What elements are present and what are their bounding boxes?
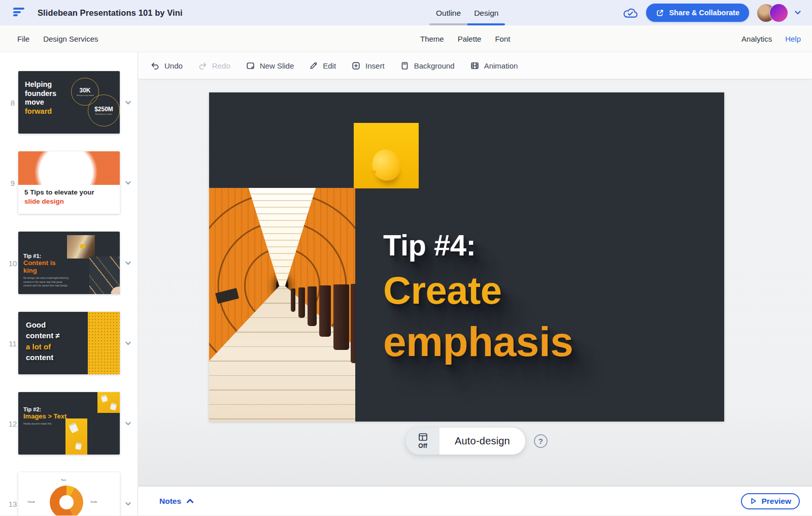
slide-headline-text-1[interactable]: Create bbox=[383, 271, 502, 310]
menu-font[interactable]: Font bbox=[495, 35, 510, 43]
preview-label: Preview bbox=[761, 497, 791, 506]
view-tabs: Outline Design bbox=[429, 0, 505, 25]
thumb12-body: Hardly anyone reads this. bbox=[23, 422, 66, 426]
tunnel-image[interactable] bbox=[209, 188, 355, 422]
menu-analytics[interactable]: Analytics bbox=[741, 35, 772, 43]
slide-kicker-text[interactable]: Tip #4: bbox=[383, 231, 476, 260]
autodesign-row: Off Auto-design ? bbox=[406, 428, 548, 455]
notes-label: Notes bbox=[159, 497, 181, 506]
slide-canvas: Tip #4: Create emphasis Off Auto-design … bbox=[138, 79, 812, 487]
animation-button[interactable]: Animation bbox=[462, 52, 526, 79]
donut-label-audio: Audio bbox=[90, 500, 97, 503]
thumb10-kicker: Tip #1: bbox=[23, 253, 70, 259]
current-slide[interactable]: Tip #4: Create emphasis bbox=[209, 92, 724, 422]
slide-row-8: 8 Helping founders move forward 30K Star… bbox=[0, 71, 138, 134]
external-link-icon bbox=[656, 9, 664, 17]
slide-row-12: 12 Tip #2: Images > Text Hardly anyone r… bbox=[0, 392, 138, 455]
autodesign-off-segment[interactable]: Off bbox=[406, 428, 439, 455]
thumb12-kicker: Tip #2: bbox=[23, 406, 66, 412]
account-chevron-down-icon[interactable] bbox=[794, 9, 802, 17]
animation-filmstrip-icon bbox=[470, 61, 480, 71]
undo-icon bbox=[150, 61, 160, 71]
slide10-chevron-down-icon[interactable] bbox=[124, 259, 132, 267]
redo-button[interactable]: Redo bbox=[190, 52, 238, 79]
slide12-chevron-down-icon[interactable] bbox=[124, 419, 132, 428]
menu-palette[interactable]: Palette bbox=[458, 35, 482, 43]
thumb8-line: move bbox=[25, 98, 56, 107]
share-collaborate-button[interactable]: Share & Collaborate bbox=[646, 4, 749, 22]
edit-pencil-icon bbox=[309, 61, 318, 70]
donut-label-visual: Visual bbox=[27, 500, 35, 503]
slide-thumbnail-9[interactable]: 5 Tips to elevate your slide design bbox=[18, 151, 120, 214]
menu-help[interactable]: Help bbox=[785, 35, 801, 43]
slide8-chevron-down-icon[interactable] bbox=[124, 98, 132, 107]
notes-bar: Notes Preview bbox=[138, 487, 812, 515]
insert-button[interactable]: Insert bbox=[344, 52, 392, 79]
slide-number: 9 bbox=[7, 178, 18, 187]
yellow-dot-panel bbox=[88, 312, 120, 374]
workspace: 8 Helping founders move forward 30K Star… bbox=[0, 52, 812, 515]
slide-number: 12 bbox=[7, 419, 18, 428]
lemon-image[interactable] bbox=[354, 123, 419, 188]
slide-thumbnail-8[interactable]: Helping founders move forward 30K Startu… bbox=[18, 71, 120, 134]
slide11-chevron-down-icon[interactable] bbox=[124, 339, 132, 347]
background-button[interactable]: Background bbox=[392, 52, 462, 79]
thumb9-title-accent: slide design bbox=[24, 197, 94, 206]
donut-chart bbox=[50, 486, 83, 515]
edit-button[interactable]: Edit bbox=[301, 52, 344, 79]
play-icon bbox=[750, 497, 757, 505]
slide-number: 10 bbox=[7, 259, 18, 267]
slide13-chevron-down-icon[interactable] bbox=[124, 499, 132, 508]
tab-design[interactable]: Design bbox=[467, 0, 505, 25]
menu-theme[interactable]: Theme bbox=[420, 35, 444, 43]
menu-left-group: File Design Services bbox=[17, 35, 98, 43]
topbar: Slidebean Presentations 101 by Vini Outl… bbox=[0, 0, 812, 25]
menu-center-group: Theme Palette Font bbox=[420, 35, 510, 43]
background-frame-icon bbox=[400, 61, 410, 71]
share-button-label: Share & Collaborate bbox=[669, 9, 739, 17]
menu-file[interactable]: File bbox=[17, 35, 29, 43]
autodesign-state: Off bbox=[418, 442, 427, 449]
topbar-actions: Share & Collaborate bbox=[623, 4, 802, 22]
slide-thumbnail-13[interactable]: Text Visual Audio bbox=[18, 472, 120, 515]
slide-number: 11 bbox=[7, 339, 18, 347]
preview-button[interactable]: Preview bbox=[741, 493, 800, 509]
slide-number: 13 bbox=[7, 499, 18, 508]
thumb11-tail: content bbox=[26, 352, 60, 363]
avatar-user-2 bbox=[770, 4, 788, 22]
milk-carton-image-top bbox=[97, 392, 120, 413]
new-slide-icon bbox=[246, 61, 255, 71]
slide-panel: 8 Helping founders move forward 30K Star… bbox=[0, 52, 138, 515]
thumb8-highlight: forward bbox=[25, 107, 56, 116]
autodesign-toggle[interactable]: Off Auto-design bbox=[406, 428, 525, 455]
chevron-up-icon bbox=[186, 497, 194, 505]
thumb11-line: Good bbox=[26, 319, 60, 330]
slide9-chevron-down-icon[interactable] bbox=[124, 178, 132, 187]
slide-thumbnail-10[interactable]: Tip #1: Content is king No design can sa… bbox=[18, 232, 120, 294]
editor-main: Undo Redo New Slide Edit bbox=[138, 52, 812, 515]
new-slide-button[interactable]: New Slide bbox=[238, 52, 302, 79]
menu-design-services[interactable]: Design Services bbox=[43, 35, 98, 43]
slide-row-11: 11 Good content ≠ a lot of content bbox=[0, 312, 138, 374]
slide-number: 8 bbox=[7, 98, 18, 107]
tab-outline[interactable]: Outline bbox=[429, 0, 467, 25]
autodesign-help-icon[interactable]: ? bbox=[534, 434, 548, 448]
notes-toggle[interactable]: Notes bbox=[159, 497, 194, 506]
donut-label-text: Text bbox=[61, 478, 66, 481]
account-avatars[interactable] bbox=[757, 4, 788, 22]
slide-headline-text-2[interactable]: emphasis bbox=[383, 321, 573, 363]
app-menu-icon[interactable] bbox=[13, 8, 26, 18]
cloud-sync-icon[interactable] bbox=[623, 6, 638, 19]
slide-thumbnail-12[interactable]: Tip #2: Images > Text Hardly anyone read… bbox=[18, 392, 120, 455]
thumb10-body: No design can save meaningless/boring co… bbox=[23, 276, 70, 288]
spiral-staircase-image bbox=[18, 151, 120, 185]
stat-circle-250m: $250M Raised by our clients bbox=[88, 94, 120, 126]
milk-carton-image-mid bbox=[65, 418, 87, 455]
thumb11-line: content ≠ bbox=[26, 330, 60, 341]
slide-row-10: 10 Tip #1: Content is king No design can… bbox=[0, 232, 138, 294]
insert-plus-icon bbox=[351, 61, 361, 71]
slide-thumbnail-11[interactable]: Good content ≠ a lot of content bbox=[18, 312, 120, 374]
autodesign-label: Auto-design bbox=[439, 428, 525, 455]
undo-button[interactable]: Undo bbox=[143, 52, 190, 79]
menu-right-group: Analytics Help bbox=[741, 35, 801, 43]
